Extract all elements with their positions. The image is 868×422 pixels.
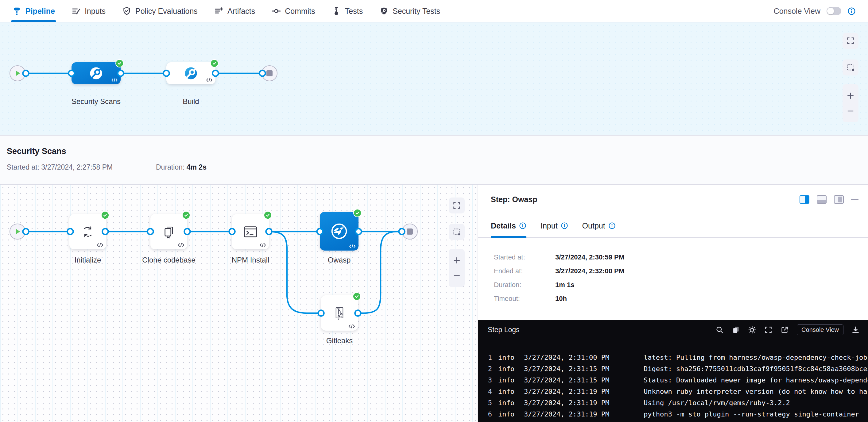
zoom-out-icon[interactable] xyxy=(846,107,855,115)
pipeline-connector-points xyxy=(0,22,868,135)
log-line-number: 3 xyxy=(485,376,492,384)
success-badge xyxy=(182,211,190,219)
step-card-initialize[interactable] xyxy=(69,214,106,249)
selection-icon xyxy=(846,63,855,72)
tab-label: Pipeline xyxy=(26,7,55,15)
tab-output[interactable]: Output xyxy=(582,214,616,237)
tab-inputs[interactable]: Inputs xyxy=(71,0,105,22)
shield-check-icon xyxy=(122,6,131,15)
step-card-gitleaks[interactable] xyxy=(321,295,358,331)
tab-policy-evaluations[interactable]: Policy Evaluations xyxy=(122,0,198,22)
console-view-label: Console View xyxy=(774,7,820,15)
duration-value: 4m 2s xyxy=(187,163,207,171)
copy-icon[interactable] xyxy=(732,326,740,334)
download-icon[interactable] xyxy=(851,326,860,334)
log-level: info xyxy=(498,410,516,418)
stage-info-band: Security Scans Started at: 3/27/2024, 2:… xyxy=(0,135,868,185)
pipeline-end-node[interactable] xyxy=(261,65,277,81)
success-badge xyxy=(210,59,219,67)
log-timestamp: 3/27/2024, 2:31:19 PM xyxy=(524,410,611,418)
stage-title: Security Scans xyxy=(7,147,66,156)
code-icon xyxy=(178,243,184,247)
stage-card-build[interactable] xyxy=(166,62,215,84)
layout-bottom-panel-icon[interactable] xyxy=(817,195,827,204)
tab-label: Commits xyxy=(285,7,315,15)
open-in-new-icon[interactable] xyxy=(780,326,789,334)
stage-card-security-scans[interactable] xyxy=(71,62,121,84)
detail-value: 1m 1s xyxy=(555,281,574,289)
step-card-clone-codebase[interactable] xyxy=(150,214,187,249)
success-badge xyxy=(353,292,361,300)
build-stage-icon xyxy=(183,66,198,81)
step-label: NPM Install xyxy=(232,256,270,264)
zoom-in-icon[interactable] xyxy=(846,92,855,100)
step-logs-body[interactable]: 1 info 3/27/2024, 2:31:00 PM latest: Pul… xyxy=(478,340,868,422)
tab-input[interactable]: Input xyxy=(540,214,568,237)
detail-label: Started at: xyxy=(494,253,555,261)
clone-codebase-icon xyxy=(160,224,177,240)
flask-icon xyxy=(332,6,341,15)
log-timestamp: 3/27/2024, 2:31:00 PM xyxy=(524,354,611,361)
step-label: Clone codebase xyxy=(142,256,195,264)
fullscreen-icon[interactable] xyxy=(764,326,773,334)
detail-value: 3/27/2024, 2:30:59 PM xyxy=(555,253,624,261)
log-message: Status: Downloaded newer image for harne… xyxy=(644,376,868,384)
canvas-select-button[interactable] xyxy=(449,224,465,240)
step-label: Initialize xyxy=(74,256,101,264)
nav-tabs: Pipeline Inputs Policy Evaluations Artif… xyxy=(12,0,440,22)
search-icon[interactable] xyxy=(715,326,724,334)
execution-end-node[interactable] xyxy=(402,224,418,239)
pipeline-canvas[interactable]: Security Scans Build xyxy=(0,22,868,135)
layout-right-panel-icon[interactable] xyxy=(800,195,809,204)
layout-floating-panel-icon[interactable] xyxy=(834,195,844,204)
fullscreen-icon xyxy=(453,201,461,210)
panel-layout-controls xyxy=(800,195,859,204)
settings-gear-icon[interactable] xyxy=(748,326,756,334)
info-icon[interactable] xyxy=(608,222,616,229)
started-value: 3/27/2024, 2:27:58 PM xyxy=(41,163,113,171)
canvas-fullscreen-button[interactable] xyxy=(842,33,859,49)
log-level: info xyxy=(498,388,516,395)
tab-label: Security Tests xyxy=(393,7,440,15)
console-view-toggle[interactable] xyxy=(827,7,841,15)
info-icon[interactable] xyxy=(519,222,526,229)
step-card-owasp[interactable] xyxy=(320,212,359,251)
success-badge xyxy=(115,59,124,67)
tab-tests[interactable]: Tests xyxy=(332,0,363,22)
zoom-out-icon[interactable] xyxy=(453,272,461,280)
play-icon xyxy=(13,69,22,77)
stop-icon xyxy=(407,228,413,235)
fill xyxy=(805,196,809,203)
log-level: info xyxy=(498,399,516,407)
step-logs-panel: Step Logs Console View 1 info 3/27/2024,… xyxy=(478,320,868,422)
terminal-icon xyxy=(242,223,259,240)
info-icon[interactable] xyxy=(847,7,856,15)
log-message: latest: Pulling from harness/owasp-depen… xyxy=(644,354,868,361)
log-line-number: 6 xyxy=(485,410,492,418)
tab-details[interactable]: Details xyxy=(491,214,526,237)
detail-value: 10h xyxy=(555,294,567,303)
tab-security-tests[interactable]: Security Tests xyxy=(379,0,440,22)
zoom-in-icon[interactable] xyxy=(453,256,461,264)
stage-started-at: Started at: 3/27/2024, 2:27:58 PM xyxy=(7,163,113,171)
info-icon[interactable] xyxy=(561,222,568,229)
shield-search-icon xyxy=(379,6,389,15)
owasp-icon xyxy=(329,221,349,241)
tab-label: Details xyxy=(491,221,516,230)
tab-commits[interactable]: Commits xyxy=(272,0,315,22)
tab-artifacts[interactable]: Artifacts xyxy=(214,0,255,22)
tab-pipeline[interactable]: Pipeline xyxy=(12,0,55,22)
detail-value: 3/27/2024, 2:32:00 PM xyxy=(555,267,624,275)
log-line: 2 info 3/27/2024, 2:31:15 PM Digest: sha… xyxy=(485,363,868,375)
pipeline-start-node[interactable] xyxy=(9,65,26,81)
fullscreen-icon xyxy=(846,36,855,45)
execution-canvas[interactable]: Initialize Clone codebase NPM Install xyxy=(0,185,478,422)
minimize-panel-icon[interactable] xyxy=(851,199,859,200)
step-logs-title: Step Logs xyxy=(488,326,520,334)
console-view-button[interactable]: Console View xyxy=(797,324,843,335)
initialize-refresh-icon xyxy=(80,224,96,240)
canvas-fullscreen-button[interactable] xyxy=(449,197,465,214)
execution-start-node[interactable] xyxy=(9,224,26,239)
canvas-select-button[interactable] xyxy=(842,60,859,75)
step-card-npm-install[interactable] xyxy=(232,214,269,249)
